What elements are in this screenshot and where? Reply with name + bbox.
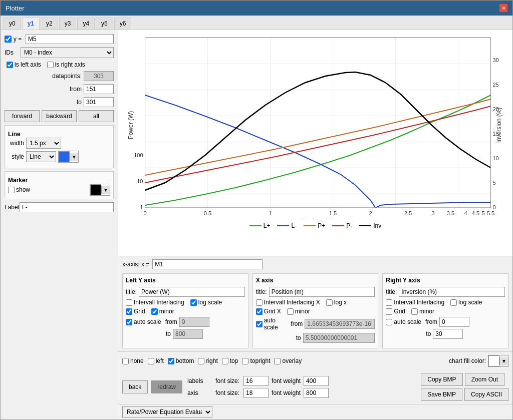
action-bar: back redraw labels font size: 16 font we…	[118, 370, 512, 404]
line-style-select[interactable]: Line	[26, 151, 56, 162]
tab-y3[interactable]: y3	[59, 18, 77, 30]
pos-left-checkbox[interactable]	[148, 358, 154, 364]
left-y-to-input[interactable]: 800	[173, 329, 203, 339]
copy-bmp-button[interactable]: Copy BMP	[421, 373, 462, 386]
legend-pplus-line	[304, 225, 316, 226]
x-axis-to-input[interactable]: 5.50000000000001	[303, 333, 375, 343]
left-y-autoscale-checkbox[interactable]	[126, 319, 132, 325]
pos-right-checkbox[interactable]	[198, 358, 204, 364]
y-enabled-checkbox[interactable]	[5, 36, 12, 43]
is-left-axis-checkbox[interactable]	[7, 62, 13, 68]
x-axis-input[interactable]: M1	[152, 259, 263, 269]
forward-button[interactable]: forward	[5, 110, 40, 122]
right-y-log-checkbox[interactable]	[450, 299, 457, 306]
copy-ascii-button[interactable]: Copy ASCII	[464, 388, 508, 401]
marker-color-arrow[interactable]: ▼	[101, 186, 110, 194]
from-input[interactable]: 151	[84, 84, 114, 94]
svg-text:0.5: 0.5	[204, 210, 211, 216]
to-input[interactable]: 301	[84, 97, 114, 107]
chart-fill-swatch	[488, 355, 499, 366]
axis-checks: is left axis is right axis	[7, 61, 114, 68]
svg-text:100: 100	[134, 152, 143, 158]
svg-text:4.5: 4.5	[472, 210, 479, 216]
pos-top-checkbox[interactable]	[222, 358, 228, 364]
tab-y2[interactable]: y2	[41, 18, 58, 30]
right-y-grid-checkbox[interactable]	[386, 308, 392, 315]
left-y-log-checkbox[interactable]	[190, 299, 197, 306]
pos-none-checkbox[interactable]	[122, 358, 129, 364]
right-y-checks-2: Grid minor	[386, 308, 505, 315]
legend-item-pplus: P+	[304, 222, 325, 229]
tab-y6[interactable]: y6	[114, 18, 132, 30]
pos-left-label: left	[156, 357, 164, 364]
zoom-out-button[interactable]: Zoom Out	[465, 373, 504, 386]
right-y-to-label: to	[426, 330, 431, 337]
save-bmp-button[interactable]: Save BMP	[421, 388, 462, 401]
redraw-button[interactable]: redraw	[151, 380, 182, 393]
svg-text:25: 25	[493, 82, 499, 88]
axis-font-size-input[interactable]: 18	[243, 388, 269, 398]
pos-bottom-label: bottom	[176, 357, 194, 364]
datapoints-value: 303	[84, 71, 114, 81]
left-y-interval-check: Intervall Interlacing	[126, 299, 184, 306]
x-axis-log-checkbox[interactable]	[326, 299, 333, 306]
tab-y5[interactable]: y5	[96, 18, 113, 30]
labels-font-weight-input[interactable]: 400	[304, 376, 329, 386]
left-y-grid-label: Grid	[134, 308, 145, 315]
bottom-dropdown[interactable]: Rate/Power Equation Evalua	[122, 406, 212, 417]
marker-color-picker[interactable]: ▼	[90, 184, 110, 196]
x-axis-autoscale-check: auto scale	[256, 317, 287, 331]
labels-row-label: labels	[187, 377, 212, 384]
labels-font-size-input[interactable]: 16	[243, 376, 269, 386]
left-y-from-input[interactable]: 0	[179, 317, 209, 327]
marker-show-checkbox[interactable]	[8, 187, 15, 193]
line-color-picker[interactable]: ▼	[58, 151, 79, 163]
left-y-title-label: title:	[126, 288, 137, 295]
legend-item-pminus: P-	[332, 222, 352, 229]
x-axis-interval-checkbox[interactable]	[256, 299, 263, 306]
chart-fill-color-picker[interactable]: ▼	[488, 355, 508, 367]
label-input[interactable]: L-	[20, 202, 114, 212]
right-y-interval-checkbox[interactable]	[386, 299, 392, 306]
pos-overlay-checkbox[interactable]	[274, 358, 281, 364]
x-axis-log-label: log x	[334, 299, 347, 306]
tab-y0[interactable]: y0	[4, 18, 21, 30]
x-axis-autoscale-checkbox[interactable]	[256, 321, 263, 327]
right-y-from-input[interactable]: 0	[439, 317, 469, 327]
right-y-from-label: from	[425, 318, 437, 325]
ids-select[interactable]: M0 - index	[21, 47, 114, 58]
y-equation-input[interactable]: M5	[26, 34, 114, 44]
tab-y1[interactable]: y1	[22, 18, 40, 30]
x-axis-from-input[interactable]: 1.66533453693773e-16	[305, 319, 375, 329]
back-button[interactable]: back	[122, 380, 148, 393]
x-axis-grid-checkbox[interactable]	[256, 308, 263, 315]
pos-bottom-checkbox[interactable]	[168, 358, 174, 364]
right-y-minor-checkbox[interactable]	[411, 308, 418, 315]
axis-font-weight-label: font weight	[272, 389, 301, 396]
line-color-arrow[interactable]: ▼	[70, 153, 78, 161]
x-axis-title-input[interactable]: Position (m)	[269, 287, 375, 297]
axis-font-row: axis font size: 18 font weight 800	[187, 388, 416, 398]
left-y-grid-check: Grid	[126, 308, 145, 315]
backward-button[interactable]: backward	[42, 110, 77, 122]
right-y-autoscale-checkbox[interactable]	[386, 319, 392, 325]
line-section-label: Line	[8, 131, 110, 138]
pos-topright-checkbox[interactable]	[242, 358, 248, 364]
is-left-axis-check: is left axis	[7, 61, 41, 68]
left-y-minor-checkbox[interactable]	[151, 308, 158, 315]
right-y-minor-label: minor	[419, 308, 434, 315]
right-y-to-input[interactable]: 30	[433, 329, 463, 339]
left-y-grid-checkbox[interactable]	[126, 308, 132, 315]
left-y-title-input[interactable]: Power (W)	[139, 287, 245, 297]
x-axis-minor-checkbox[interactable]	[287, 308, 294, 315]
left-y-interval-checkbox[interactable]	[126, 299, 132, 306]
all-button[interactable]: all	[79, 110, 114, 122]
line-width-select[interactable]: 1.5 px	[26, 138, 61, 149]
axis-font-weight-input[interactable]: 800	[304, 388, 329, 398]
to-row: to 301	[5, 97, 114, 107]
tab-y4[interactable]: y4	[77, 18, 95, 30]
is-right-axis-checkbox[interactable]	[47, 62, 54, 68]
right-y-title-input[interactable]: Inversion (%)	[399, 287, 505, 297]
close-button[interactable]: ✕	[499, 4, 507, 12]
chart-fill-arrow[interactable]: ▼	[499, 357, 508, 365]
